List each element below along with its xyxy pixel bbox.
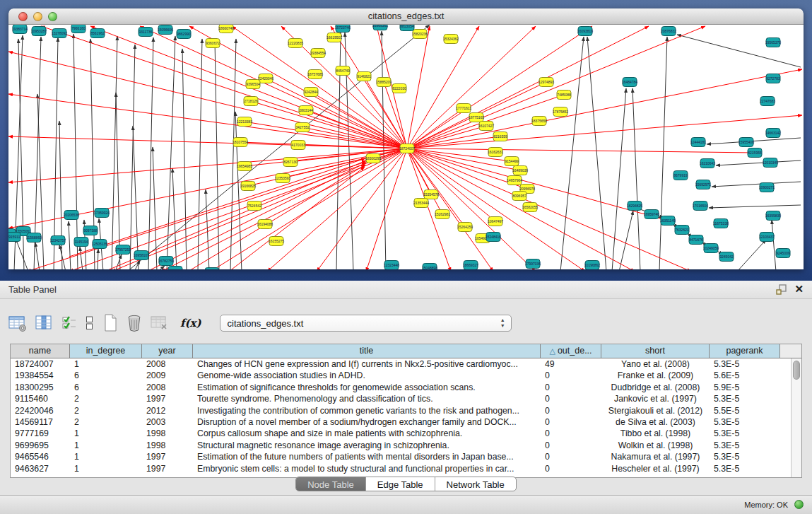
graph-edge[interactable]	[59, 245, 66, 269]
table-cell: 6	[70, 382, 142, 393]
graph-edge[interactable]	[115, 255, 122, 269]
table-row[interactable]: 969969511998Structural magnetic resonanc…	[11, 440, 791, 451]
column-header-name[interactable]: name	[11, 344, 70, 358]
graph-edge[interactable]	[35, 243, 40, 269]
float-panel-icon[interactable]	[776, 284, 787, 295]
graph-edge[interactable]	[712, 182, 801, 187]
graph-edge[interactable]	[709, 205, 801, 208]
table-select-dropdown[interactable]: citations_edges.txt ▲▼	[220, 315, 512, 332]
table-row[interactable]: 911546021997Tourette syndrome. Phenomeno…	[11, 393, 791, 404]
tab-node-table[interactable]: Node Table	[296, 477, 365, 491]
application-desktop: citations_edges.txt 22420046939650427181…	[0, 0, 812, 281]
new-column-icon[interactable]	[102, 314, 118, 332]
column-header-year[interactable]: year	[142, 344, 193, 358]
graph-edge[interactable]	[632, 88, 640, 269]
graph-edge[interactable]	[16, 238, 28, 269]
graph-edge[interactable]	[251, 101, 407, 148]
graph-node-label: 19654985	[237, 164, 252, 168]
network-canvas[interactable]: 2242004693965042718126122133831810755419…	[8, 25, 804, 269]
column-header-title[interactable]: title	[193, 344, 541, 358]
graph-edge[interactable]	[619, 211, 633, 269]
column-header-out-degree[interactable]: △out_de...	[541, 344, 601, 358]
graph-node-label: 12323448	[384, 263, 399, 267]
graph-edge[interactable]	[311, 92, 407, 148]
sort-ascending-icon: △	[549, 346, 555, 355]
graph-edge[interactable]	[98, 249, 98, 269]
table-row[interactable]: 946362711997Embryonic stem cells: a mode…	[11, 463, 791, 474]
graph-node-label: 20206536	[64, 213, 79, 217]
graph-edge[interactable]	[772, 220, 776, 269]
select-rows-icon[interactable]	[61, 315, 77, 332]
graph-edge[interactable]	[677, 35, 801, 67]
graph-node-label: 8096957	[512, 194, 526, 198]
graph-edge[interactable]	[407, 148, 755, 153]
graph-node-label: 8561962	[90, 31, 105, 35]
graph-edge[interactable]	[306, 110, 407, 148]
graph-edge[interactable]	[8, 148, 407, 182]
table-row[interactable]: 946554611997Estimation of the future num…	[11, 451, 791, 462]
graph-edge[interactable]	[112, 36, 117, 269]
graph-edge[interactable]	[716, 160, 801, 165]
graph-edge[interactable]	[41, 26, 407, 148]
graph-node-label: 9396504	[246, 82, 260, 86]
graph-edge[interactable]	[182, 49, 187, 269]
close-panel-icon[interactable]: ✕	[794, 284, 804, 295]
graph-node-label: 12974893	[539, 80, 554, 84]
graph-edge[interactable]	[235, 112, 242, 269]
table-mode-icon[interactable]	[8, 315, 27, 332]
delete-column-icon[interactable]	[126, 314, 142, 332]
table-row[interactable]: 1456911722003Disruption of a novel membe…	[11, 416, 791, 428]
graph-edge[interactable]	[407, 148, 585, 269]
graph-edge[interactable]	[37, 94, 44, 269]
column-header-in-degree[interactable]: in_degree	[70, 344, 142, 358]
column-header-short[interactable]: short	[601, 344, 710, 358]
column-header-pagerank[interactable]: pagerank	[710, 344, 780, 358]
function-builder-icon[interactable]: f(x)	[180, 317, 201, 329]
graph-node-label: 15955406	[739, 140, 754, 144]
graph-node-label: 18660748	[218, 26, 234, 30]
network-window-titlebar[interactable]: citations_edges.txt	[8, 8, 804, 25]
graph-node-label: 15885209	[376, 80, 392, 84]
graph-edge[interactable]	[407, 26, 705, 148]
table-cell: 2	[70, 393, 142, 404]
graph-edge[interactable]	[116, 93, 120, 269]
delete-table-icon[interactable]	[151, 315, 169, 332]
column-visibility-icon[interactable]	[35, 315, 53, 332]
citation-network-graph[interactable]: 2242004693965042718126122133831810755419…	[8, 25, 802, 269]
table-row[interactable]: 977716911998Corpus callosum shape and si…	[11, 428, 791, 439]
scrollbar-thumb[interactable]	[793, 361, 800, 380]
graph-node-label: 12213383	[237, 119, 252, 124]
graph-edge[interactable]	[69, 221, 71, 269]
table-cell: Jankovic et al. (1997)	[601, 393, 710, 404]
graph-edge[interactable]	[737, 240, 766, 269]
graph-edge[interactable]	[54, 37, 58, 269]
table-cell: de Silva et al. (2003)	[601, 416, 710, 428]
table-cell: 0	[541, 463, 601, 474]
graph-edge[interactable]	[172, 168, 177, 269]
tab-network-table[interactable]: Network Table	[435, 477, 516, 491]
table-cell: 9777169	[11, 428, 70, 439]
graph-edge[interactable]	[560, 37, 584, 269]
graph-node-label: 9245042	[719, 255, 734, 259]
tab-edge-table[interactable]: Edge Table	[365, 477, 435, 491]
graph-edge[interactable]	[587, 37, 606, 269]
graph-node-label: 10647497	[488, 219, 503, 223]
table-row[interactable]: 2242004622012Investigating the contribut…	[11, 405, 791, 416]
graph-edge[interactable]	[127, 25, 430, 269]
graph-node[interactable]	[205, 268, 219, 270]
network-window[interactable]: citations_edges.txt 22420046939650427181…	[8, 8, 804, 269]
graph-edge[interactable]	[206, 189, 209, 269]
graph-edge[interactable]	[158, 266, 165, 269]
table-row[interactable]: 1872400712008Changes of HCN gene express…	[11, 358, 791, 370]
table-cell: 0	[541, 382, 601, 393]
table-vertical-scrollbar[interactable]	[791, 358, 801, 477]
graph-node-label: 20956978	[519, 187, 535, 191]
table-row[interactable]: 1830029562008Estimation of significance …	[11, 382, 791, 393]
graph-edge[interactable]	[73, 34, 78, 269]
graph-node-label: 15723746	[335, 25, 351, 30]
graph-node-label: 9242844	[304, 90, 318, 94]
table-row[interactable]: 1938455462009Genome-wide association stu…	[11, 370, 791, 381]
graph-edge[interactable]	[80, 247, 83, 269]
graph-edge[interactable]	[659, 37, 667, 269]
rows-icon[interactable]	[86, 315, 94, 332]
